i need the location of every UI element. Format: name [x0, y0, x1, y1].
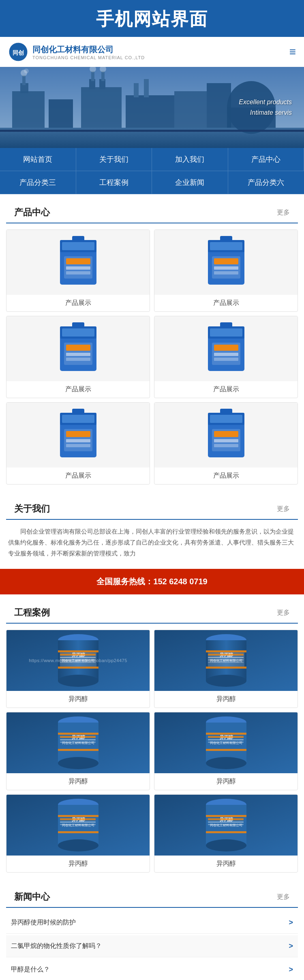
svg-rect-59 [62, 415, 94, 423]
logo-company-name: 同创化工材料有限公司 [32, 44, 145, 55]
svg-rect-46 [66, 353, 90, 356]
case-label-1: 异丙醇 [6, 691, 150, 708]
svg-rect-69 [214, 431, 238, 437]
product-img-6 [154, 403, 298, 467]
products-section-title: 产品中心 [14, 206, 50, 219]
cases-more-link[interactable]: 更多 [277, 609, 290, 617]
svg-rect-38 [214, 266, 238, 270]
product-grid: 产品展示 产品展示 [0, 223, 304, 491]
svg-rect-106 [60, 742, 96, 743]
watermark-text: https://www.mobanzhao.com/moban/pp24475 [29, 658, 127, 663]
news-section-title: 新闻中心 [14, 891, 50, 903]
svg-rect-63 [66, 444, 90, 447]
product-card-3[interactable]: 产品展示 [6, 316, 150, 398]
product-img-4 [154, 316, 298, 381]
svg-rect-135 [208, 821, 244, 823]
svg-rect-89 [206, 667, 246, 669]
products-more-link[interactable]: 更多 [277, 208, 290, 217]
product-card-6[interactable]: 产品展示 [154, 402, 298, 485]
case-img-3: 异丙醇 同创化工材料有限公司 [6, 712, 150, 773]
nav-grid: 网站首页 关于我们 加入我们 产品中心 产品分类三 工程案例 企业新闻 产品分类… [0, 148, 304, 194]
svg-rect-95 [208, 659, 244, 660]
svg-rect-61 [66, 431, 90, 437]
svg-rect-37 [214, 258, 238, 264]
page-title-bar: 手机网站界面 [0, 0, 304, 37]
product-card-2[interactable]: 产品展示 [154, 229, 298, 312]
case-card-3[interactable]: 异丙醇 同创化工材料有限公司 异丙醇 [6, 712, 150, 790]
banner-text-overlay: Excellent products Intimate servis [239, 97, 292, 118]
svg-rect-29 [66, 258, 90, 264]
case-img-1: 异丙醇 同创化工材料有限公司 https://www.mobanzhao.com… [6, 630, 150, 691]
svg-rect-7 [81, 87, 122, 128]
svg-rect-51 [210, 328, 242, 337]
case-card-5[interactable]: 异丙醇 同创化工材料有限公司 异丙醇 [6, 794, 150, 873]
product-img-2 [154, 230, 298, 295]
product-card-4[interactable]: 产品展示 [154, 316, 298, 398]
svg-rect-111 [206, 749, 246, 751]
products-section-header: 产品中心 更多 [6, 198, 298, 223]
svg-rect-70 [214, 439, 238, 442]
case-card-1[interactable]: 异丙醇 同创化工材料有限公司 https://www.mobanzhao.com… [6, 630, 150, 708]
case-label-5: 异丙醇 [6, 856, 150, 872]
nav-item-cat3[interactable]: 产品分类三 [0, 171, 76, 194]
case-card-2[interactable]: 异丙醇 同创化工材料有限公司 异丙醇 [154, 630, 298, 708]
news-item-1[interactable]: 异丙醇使用时候的防护 > [6, 912, 298, 934]
nav-item-about[interactable]: 关于我们 [76, 148, 152, 171]
case-card-6[interactable]: 异丙醇 同创化工材料有限公司 异丙醇 [154, 794, 298, 873]
svg-rect-35 [210, 242, 242, 250]
svg-rect-64 [72, 409, 84, 415]
svg-rect-18 [174, 91, 207, 128]
nav-item-cat6[interactable]: 产品分类六 [228, 171, 304, 194]
about-section-header: 关于我们 更多 [6, 495, 298, 520]
about-more-link[interactable]: 更多 [277, 505, 290, 513]
svg-rect-104 [60, 736, 96, 738]
news-text-3: 甲醇是什么？ [11, 965, 285, 974]
product-card-5[interactable]: 产品展示 [6, 402, 150, 485]
svg-point-119 [58, 839, 98, 851]
nav-item-cases[interactable]: 工程案例 [76, 171, 152, 194]
svg-point-87 [206, 675, 246, 687]
hotline-bar[interactable]: 全国服务热线：152 6248 0719 [0, 569, 304, 594]
watermark-overlay: https://www.mobanzhao.com/moban/pp24475 [6, 630, 150, 691]
hotline-phone: 152 6248 0719 [153, 577, 207, 586]
nav-item-home[interactable]: 网站首页 [0, 148, 76, 171]
svg-rect-115 [208, 739, 244, 740]
case-img-6: 异丙醇 同创化工材料有限公司 [154, 795, 298, 856]
svg-rect-20 [134, 83, 139, 97]
svg-rect-40 [220, 236, 232, 242]
svg-rect-31 [66, 271, 90, 274]
svg-text:同创: 同创 [13, 49, 24, 56]
svg-point-99 [58, 757, 98, 769]
svg-rect-4 [12, 91, 45, 128]
svg-point-109 [206, 757, 246, 769]
news-section: 新闻中心 更多 异丙醇使用时候的防护 > 二氯甲烷的物化性质你了解吗？ > 甲醇… [0, 883, 304, 980]
nav-item-news[interactable]: 企业新闻 [152, 171, 228, 194]
product-img-3 [6, 316, 150, 381]
case-img-4: 异丙醇 同创化工材料有限公司 [154, 712, 298, 773]
hamburger-button[interactable]: ≡ [289, 45, 296, 58]
banner-text-line2: Intimate servis [239, 107, 292, 118]
svg-rect-48 [72, 322, 84, 328]
cases-section: 工程案例 更多 [0, 598, 304, 879]
logo-icon: 同创 [8, 42, 28, 62]
case-card-4[interactable]: 异丙醇 同创化工材料有限公司 异丙醇 [154, 712, 298, 790]
product-label-3: 产品展示 [6, 381, 150, 398]
news-item-3[interactable]: 甲醇是什么？ > [6, 959, 298, 980]
about-text: 同创企业管理咨询有限公司总部设在上海，同创人丰富的行业管理经验和领先的服务意识，… [0, 520, 304, 565]
nav-item-products[interactable]: 产品中心 [228, 148, 304, 171]
news-item-2[interactable]: 二氯甲烷的物化性质你了解吗？ > [6, 935, 298, 957]
svg-rect-55 [214, 358, 238, 361]
svg-rect-53 [214, 345, 238, 351]
svg-rect-21 [144, 79, 149, 97]
svg-rect-10 [22, 75, 26, 85]
page-title: 手机网站界面 [0, 7, 304, 31]
product-img-1 [6, 230, 150, 295]
svg-rect-24 [0, 130, 304, 132]
svg-rect-56 [220, 322, 232, 328]
news-list: 异丙醇使用时候的防护 > 二氯甲烷的物化性质你了解吗？ > 甲醇是什么？ > 生… [6, 912, 298, 980]
news-more-link[interactable]: 更多 [277, 893, 290, 901]
nav-item-join[interactable]: 加入我们 [152, 148, 228, 171]
case-label-3: 异丙醇 [6, 773, 150, 790]
product-img-5 [6, 403, 150, 467]
product-card-1[interactable]: 产品展示 [6, 229, 150, 312]
